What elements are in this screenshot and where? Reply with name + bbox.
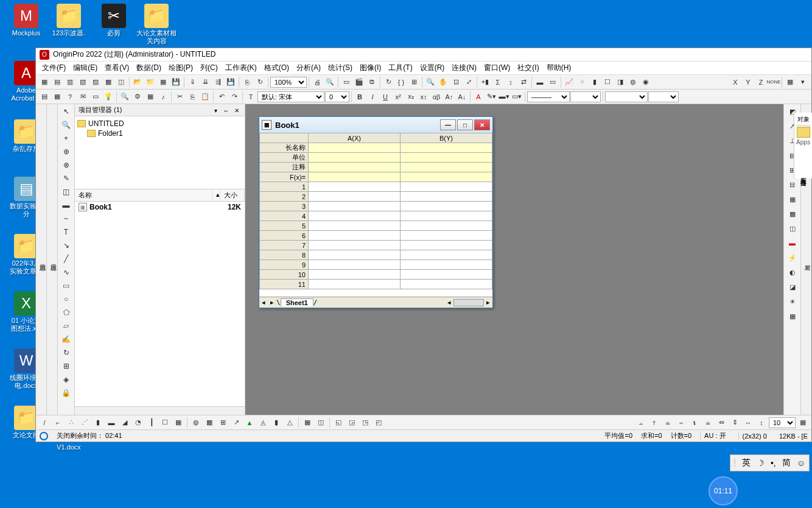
cell[interactable] — [401, 270, 492, 280]
menu-item[interactable]: 设置(R) — [416, 62, 449, 74]
plot-hist-icon[interactable]: ▦ — [172, 417, 184, 429]
open-excel-icon[interactable]: ▦ — [157, 76, 169, 88]
list-body[interactable]: ▦ Book1 12K — [75, 202, 245, 406]
desktop-icon[interactable]: 📁123示波器. — [47, 4, 90, 37]
row-header[interactable]: 7 — [260, 241, 309, 250]
size-combo[interactable] — [648, 91, 679, 102]
reader-icon[interactable]: + — [60, 132, 73, 144]
maximize-button[interactable]: □ — [457, 119, 473, 130]
row-header[interactable]: 2 — [260, 192, 309, 202]
new-matrix-icon[interactable]: ▨ — [89, 76, 102, 88]
plot-column-icon[interactable]: ▮ — [92, 417, 104, 429]
title-bar[interactable]: O OriginPro 2022 (过期) (Administrator) - … — [36, 48, 811, 62]
draw-data-icon[interactable]: ~ — [60, 213, 73, 225]
bg-color-icon[interactable]: ▭▾ — [511, 91, 523, 103]
system-template-icon[interactable]: ◫ — [315, 417, 327, 429]
cell[interactable] — [401, 143, 492, 153]
messages-icon[interactable]: ✉ — [77, 91, 89, 103]
code-icon[interactable]: { } — [395, 76, 407, 88]
bold-icon[interactable]: B — [354, 91, 366, 103]
close-button[interactable]: ✕ — [474, 119, 490, 130]
row-header[interactable]: 3 — [260, 202, 309, 211]
sheet-scroll-right[interactable]: ▸ — [484, 298, 492, 306]
desktop-icon[interactable]: 📁大论文素材相关内容 — [135, 4, 178, 45]
save-icon[interactable]: 💾 — [170, 76, 182, 88]
cell[interactable] — [401, 153, 492, 163]
font-size-combo[interactable]: 0 — [325, 91, 349, 102]
plot-image-icon[interactable]: ▩ — [203, 417, 215, 429]
row-header[interactable]: 5 — [260, 221, 309, 231]
cell[interactable] — [401, 260, 492, 270]
column-header[interactable]: A(X) — [309, 133, 401, 143]
snap-icon[interactable]: ▦ — [797, 417, 809, 429]
quick-help-icon[interactable]: ? — [64, 91, 76, 103]
cell[interactable] — [401, 211, 492, 221]
fill-color-icon[interactable]: ▬▾ — [498, 91, 510, 103]
new-workbook-icon[interactable]: ▤ — [51, 76, 63, 88]
antialiasing-icon[interactable]: ◐ — [786, 266, 799, 278]
group-data-icon[interactable]: ◳ — [359, 417, 371, 429]
ime-mode[interactable]: 简 — [782, 457, 791, 468]
column-header[interactable] — [260, 133, 309, 143]
none-icon[interactable]: NONE — [768, 76, 780, 88]
mask-tool-icon[interactable]: ▬ — [60, 199, 73, 211]
rescale-icon[interactable]: ⊡ — [450, 76, 462, 88]
font-color-icon[interactable]: A — [472, 91, 485, 103]
plot-bar-icon[interactable]: ▬ — [105, 417, 117, 429]
print-preview-icon[interactable]: 🔍 — [324, 76, 336, 88]
object-icon[interactable]: ◈ — [60, 373, 73, 386]
cell[interactable] — [401, 280, 492, 289]
cell[interactable] — [401, 182, 492, 192]
same-height-icon[interactable]: ↕ — [755, 417, 768, 429]
panel-dropdown-icon[interactable]: ▾ — [212, 107, 219, 114]
ime-punct-icon[interactable]: •, — [771, 458, 776, 468]
left-tab-2[interactable]: 提示日志 — [47, 104, 58, 415]
print-icon[interactable]: 🖨 — [311, 76, 323, 88]
menu-item[interactable]: 帮助(H) — [543, 62, 575, 74]
row-header[interactable]: 8 — [260, 250, 309, 260]
data-reader-icon[interactable]: ⊗ — [60, 159, 73, 171]
curve-icon[interactable]: ∿ — [60, 266, 73, 278]
distribute-h-icon[interactable]: ⇔ — [715, 417, 727, 429]
sheet-hscroll[interactable] — [453, 299, 484, 306]
chart-contour-icon[interactable]: ◍ — [627, 76, 639, 88]
align-left-icon[interactable]: ⫠ — [635, 417, 647, 429]
layer-icon[interactable]: ▦ — [784, 76, 796, 88]
menu-item[interactable]: 工作表(K) — [222, 62, 261, 74]
refresh-icon[interactable]: ↻ — [382, 76, 394, 88]
cell[interactable] — [401, 163, 492, 172]
menu-item[interactable]: 统计(S) — [324, 62, 356, 74]
plot-ternary-icon[interactable]: △ — [284, 417, 296, 429]
align-middle-icon[interactable]: ⫮ — [688, 417, 701, 429]
explorer-icon[interactable]: ▤ — [38, 91, 51, 103]
transpose-icon[interactable]: ⇄ — [517, 76, 530, 88]
y-axis-icon[interactable]: Y — [742, 76, 754, 88]
panel-close-icon[interactable]: ✕ — [233, 107, 241, 114]
labtalk-icon[interactable]: ♪ — [157, 91, 169, 103]
plot-scatter-icon[interactable]: ∴ — [65, 417, 77, 429]
command-icon[interactable]: ▭ — [89, 91, 102, 103]
region-icon[interactable]: ▱ — [60, 320, 73, 332]
worksheet-grid[interactable]: A(X)B(Y)长名称单位注释F(x)=1234567891011 — [259, 133, 492, 297]
align-right-icon[interactable]: ⫨ — [662, 417, 674, 429]
supersub-icon[interactable]: x↕ — [418, 91, 430, 103]
cell[interactable] — [309, 172, 401, 182]
row-header[interactable]: 1 — [260, 182, 309, 192]
mask-icon[interactable]: ▬ — [534, 76, 546, 88]
menu-item[interactable]: 查看(V) — [101, 62, 133, 74]
annotation-icon[interactable]: ✎ — [60, 172, 73, 185]
desktop-icon[interactable]: ✂必剪 — [93, 4, 135, 37]
3d-tool-icon[interactable]: ◪ — [786, 281, 799, 293]
sheet-tab[interactable]: Sheet1 — [281, 298, 313, 306]
row-header[interactable]: 10 — [260, 270, 309, 280]
cell[interactable] — [309, 231, 401, 241]
circle-icon[interactable]: ○ — [60, 293, 73, 305]
undo-icon[interactable]: ↶ — [215, 91, 228, 103]
speedmode-icon[interactable]: ⚡ — [786, 252, 799, 264]
project-tree[interactable]: UNTITLED Folder1 — [75, 116, 245, 189]
template-lib-icon[interactable]: ▦ — [301, 417, 313, 429]
redo-icon[interactable]: ↷ — [228, 91, 240, 103]
rotate-icon[interactable]: ↻ — [60, 347, 73, 359]
ime-grip-icon[interactable]: ⦙ — [734, 458, 736, 468]
plot-pie-icon[interactable]: ◔ — [132, 417, 144, 429]
